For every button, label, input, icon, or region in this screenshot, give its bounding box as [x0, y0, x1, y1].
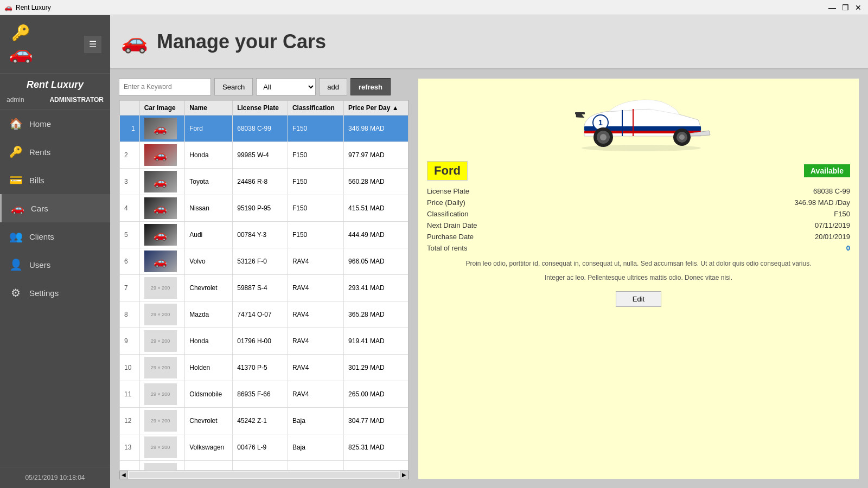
filter-select[interactable]: All F150 RAV4 Baja: [256, 78, 316, 95]
sidebar-item-label-settings: Settings: [29, 288, 59, 298]
row-number: 3: [120, 169, 140, 195]
hamburger-button[interactable]: ☰: [84, 36, 101, 53]
scroll-left-button[interactable]: ◀: [119, 471, 128, 479]
car-plate-cell: 01796 H-00: [233, 328, 288, 355]
car-image-cell: 🚗: [139, 142, 185, 169]
detail-field-value: 68038 C-99: [643, 187, 850, 195]
car-name-cell: Toyota: [185, 169, 233, 195]
car-price-cell: 825.31 MAD: [344, 434, 409, 461]
status-badge: Available: [804, 164, 850, 177]
search-button[interactable]: Search: [214, 78, 253, 95]
sidebar-item-cars[interactable]: 🚗 Cars: [0, 194, 110, 222]
sidebar-datetime: 05/21/2019 10:18:04: [0, 467, 110, 488]
scroll-right-button[interactable]: ▶: [400, 471, 409, 479]
left-panel: Search All F150 RAV4 Baja add refresh: [119, 78, 409, 479]
car-icon: 🚗: [9, 42, 33, 65]
car-class-cell: F150: [288, 222, 343, 248]
app-body: 🔑 🚗 ☰ Rent Luxury admin ADMINISTRATOR 🏠 …: [0, 15, 868, 488]
clients-icon: 👥: [9, 230, 23, 243]
detail-field-value: F150: [643, 210, 850, 218]
minimize-button[interactable]: —: [827, 2, 838, 13]
sidebar-item-home[interactable]: 🏠 Home: [0, 110, 110, 138]
car-plate-cell: 00784 Y-3: [233, 222, 288, 248]
detail-field-value: 07/11/2019: [643, 221, 850, 229]
table-row[interactable]: 2 🚗 Honda 99985 W-4 F150 977.97 MAD: [120, 142, 409, 169]
car-price-cell: 265.00 MAD: [344, 381, 409, 408]
col-image: Car Image: [139, 101, 185, 115]
car-name-cell: Volvo: [185, 248, 233, 275]
car-name-cell: Nissan: [185, 195, 233, 222]
sidebar-item-settings[interactable]: ⚙ Settings: [0, 279, 110, 307]
car-class-cell: F150: [288, 115, 343, 142]
refresh-button[interactable]: refresh: [350, 78, 391, 95]
car-name-cell: Volkswagen: [185, 434, 233, 461]
car-price-cell: 560.28 MAD: [344, 169, 409, 195]
scroll-track[interactable]: [129, 472, 399, 478]
car-class-cell: F150: [288, 169, 343, 195]
svg-text:1: 1: [598, 118, 603, 127]
detail-car-name: Ford: [427, 161, 468, 181]
sidebar-item-rents[interactable]: 🔑 Rents: [0, 138, 110, 166]
table-row[interactable]: 5 🚗 Audi 00784 Y-3 F150 444.49 MAD: [120, 222, 409, 248]
role-label: ADMINISTRATOR: [49, 96, 104, 104]
table-row[interactable]: 4 🚗 Nissan 95190 P-95 F150 415.51 MAD: [120, 195, 409, 222]
row-number: ▶1: [120, 115, 140, 142]
sidebar-item-users[interactable]: 👤 Users: [0, 251, 110, 279]
table-row[interactable]: 10 29 × 200 Holden 41370 P-5 RAV4 301.29…: [120, 355, 409, 381]
col-name: Name: [185, 101, 233, 115]
sidebar-item-clients[interactable]: 👥 Clients: [0, 222, 110, 251]
car-name-cell: Chevrolet: [185, 275, 233, 301]
row-number: 13: [120, 434, 140, 461]
car-plate-cell: 86935 F-66: [233, 381, 288, 408]
car-class-cell: RAV4: [288, 328, 343, 355]
table-row[interactable]: 8 29 × 200 Mazda 74714 O-07 RAV4 365.28 …: [120, 301, 409, 328]
sidebar-item-label-cars: Cars: [31, 204, 48, 213]
table-row[interactable]: 7 29 × 200 Chevrolet 59887 S-4 RAV4 293.…: [120, 275, 409, 301]
detail-field-label: Total of rents: [427, 244, 634, 252]
table-row[interactable]: 13 29 × 200 Volkswagen 00476 L-9 Baja 82…: [120, 434, 409, 461]
car-image-cell: 🚗: [139, 222, 185, 248]
car-image-cell: 29 × 200: [139, 328, 185, 355]
col-class: Classification: [288, 101, 343, 115]
row-number: 9: [120, 328, 140, 355]
table-row[interactable]: ▶1 🚗 Ford 68038 C-99 F150 346.98 MAD: [120, 115, 409, 142]
close-button[interactable]: ✕: [853, 2, 864, 13]
sidebar-item-bills[interactable]: 💳 Bills: [0, 166, 110, 194]
row-number: 14: [120, 461, 140, 471]
row-number: 11: [120, 381, 140, 408]
add-button[interactable]: add: [319, 78, 347, 95]
svg-rect-5: [575, 112, 585, 114]
car-image-cell: 29 × 200: [139, 408, 185, 434]
detail-grid: License Plate68038 C-99Price (Daily)346.…: [427, 187, 850, 252]
table-row[interactable]: 12 29 × 200 Chevrolet 45242 Z-1 Baja 304…: [120, 408, 409, 434]
detail-panel: 1: [418, 78, 859, 479]
key-icon: 🔑: [11, 24, 30, 42]
title-bar-left: 🚗 Rent Luxury: [4, 4, 51, 11]
horizontal-scrollbar[interactable]: ◀ ▶: [119, 470, 409, 479]
car-class-cell: RAV4: [288, 355, 343, 381]
car-class-cell: RAV4: [288, 381, 343, 408]
sidebar-nav: 🏠 Home 🔑 Rents 💳 Bills 🚗 Cars 👥 Clients …: [0, 110, 110, 467]
sidebar-logo: 🔑 🚗: [9, 24, 33, 65]
search-input[interactable]: [119, 78, 211, 95]
car-class-cell: RAV4: [288, 275, 343, 301]
table-row[interactable]: 14 29 × 200 Ford 12345 A-1 Baja 200.00 M…: [120, 461, 409, 471]
table-row[interactable]: 11 29 × 200 Oldsmobile 86935 F-66 RAV4 2…: [120, 381, 409, 408]
car-plate-cell: 24486 R-8: [233, 169, 288, 195]
col-num: [120, 101, 140, 115]
car-image-cell: 🚗: [139, 115, 185, 142]
maximize-button[interactable]: ❐: [840, 2, 851, 13]
edit-button[interactable]: Edit: [616, 291, 661, 307]
car-plate-cell: 99985 W-4: [233, 142, 288, 169]
table-row[interactable]: 6 🚗 Volvo 53126 F-0 RAV4 966.05 MAD: [120, 248, 409, 275]
car-price-cell: 301.29 MAD: [344, 355, 409, 381]
table-row[interactable]: 3 🚗 Toyota 24486 R-8 F150 560.28 MAD: [120, 169, 409, 195]
car-price-cell: 304.77 MAD: [344, 408, 409, 434]
car-class-cell: F150: [288, 195, 343, 222]
svg-point-8: [679, 134, 685, 140]
table-scroll[interactable]: Car Image Name License Plate Classificat…: [119, 100, 409, 470]
row-number: 8: [120, 301, 140, 328]
app-icon: 🚗: [4, 4, 12, 11]
cars-table: Car Image Name License Plate Classificat…: [119, 100, 409, 470]
table-row[interactable]: 9 29 × 200 Honda 01796 H-00 RAV4 919.41 …: [120, 328, 409, 355]
